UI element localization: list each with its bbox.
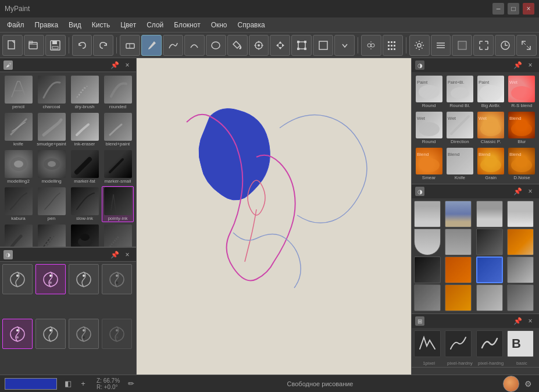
brush-group-5[interactable] xyxy=(2,319,33,349)
rp-ink-close[interactable]: × xyxy=(525,186,536,197)
s2-item-orangebrush[interactable] xyxy=(445,284,472,311)
brush-item-rounded[interactable]: rounded xyxy=(102,74,134,111)
brush-group-2[interactable] xyxy=(35,264,66,294)
brush-group-4[interactable] xyxy=(102,264,132,294)
history-button[interactable] xyxy=(452,35,472,56)
freehand-button[interactable] xyxy=(163,35,183,56)
brush-item-smudge[interactable]: smudge+paint xyxy=(35,112,67,148)
fill-button[interactable] xyxy=(227,35,248,56)
open-button[interactable] xyxy=(24,35,44,56)
rp-paint-pin[interactable]: 📌 xyxy=(512,60,523,70)
menu-file[interactable]: Файл xyxy=(2,20,29,30)
preset-wet-round[interactable]: Wet Round xyxy=(414,111,444,145)
brush-group-1[interactable] xyxy=(2,264,33,294)
brush-item-blend-paint[interactable]: blend+paint xyxy=(102,112,134,148)
brush-group-8[interactable] xyxy=(102,319,132,349)
dropdown-button[interactable] xyxy=(334,35,355,56)
preset-direction[interactable]: Wet Direction xyxy=(445,111,474,145)
menu-window[interactable]: Окно xyxy=(206,20,232,30)
undo-button[interactable] xyxy=(72,35,92,56)
preset-smear[interactable]: Blend Smear xyxy=(414,147,444,181)
s3-item-basic[interactable]: B xyxy=(507,330,534,357)
fullscreen-button[interactable] xyxy=(473,35,494,56)
transform-button[interactable] xyxy=(291,35,312,56)
save-button[interactable] xyxy=(45,35,66,56)
s2-item-pencils[interactable] xyxy=(445,201,472,227)
brush-groups-close[interactable]: × xyxy=(122,250,133,260)
maximize-button[interactable]: □ xyxy=(508,3,519,15)
brush-item-pen[interactable]: pen xyxy=(35,186,67,222)
brush-panel-close[interactable]: × xyxy=(122,60,133,70)
brush-tool-button[interactable] xyxy=(141,35,162,56)
s2-item-greybrush[interactable] xyxy=(476,284,503,311)
canvas-area[interactable] xyxy=(137,58,411,375)
brush-item-knife[interactable]: knife xyxy=(2,112,34,148)
brushes-panel-button[interactable] xyxy=(383,35,403,56)
brush-item-slow-ink[interactable]: slow-ink xyxy=(69,186,101,222)
symmetry-button[interactable] xyxy=(361,35,381,56)
brush-item-pencil[interactable]: pencil xyxy=(2,74,34,111)
rp-paint-close[interactable]: × xyxy=(525,60,536,70)
color-swatch[interactable] xyxy=(5,378,57,390)
menu-color[interactable]: Цвет xyxy=(116,20,141,30)
brush-item-textured-ink[interactable]: textured-ink xyxy=(35,223,67,247)
preset-knife-rp[interactable]: Blend Knife xyxy=(445,147,474,181)
brush-item-inkblot[interactable]: ink-blot xyxy=(69,223,101,247)
redo-button[interactable] xyxy=(93,35,113,56)
brush-group-3[interactable] xyxy=(69,264,99,294)
picker-button[interactable] xyxy=(249,35,269,56)
ellipse-button[interactable] xyxy=(206,35,226,56)
preset-classic[interactable]: Wet Classic P. xyxy=(476,111,506,145)
s2-item-drop[interactable] xyxy=(414,229,441,255)
brush-item-dry-brush[interactable]: dry-brush xyxy=(69,74,101,111)
brush-item-modelling2[interactable]: modelling2 xyxy=(2,149,34,185)
frame-button[interactable] xyxy=(313,35,333,56)
close-button[interactable]: × xyxy=(523,3,534,15)
brush-item-pointy-ink[interactable]: pointy-ink xyxy=(102,186,134,222)
s2-item-penscript[interactable] xyxy=(507,284,534,311)
s2-item-callig[interactable] xyxy=(507,201,534,227)
brush-item-brush[interactable]: brush xyxy=(2,223,34,247)
s2-item-ink2[interactable] xyxy=(476,201,503,227)
preset-paint-round[interactable]: Paint Round xyxy=(414,74,444,109)
layer-icon-button[interactable]: ◧ xyxy=(62,377,74,390)
brush-item-ink-eraser[interactable]: ink-eraser xyxy=(69,112,101,148)
s2-item-bluepen[interactable] xyxy=(476,256,503,283)
window-controls[interactable]: – □ × xyxy=(492,3,534,15)
minimize-button[interactable]: – xyxy=(492,3,504,15)
curve-button[interactable] xyxy=(184,35,205,56)
brush-group-6[interactable] xyxy=(35,319,66,349)
brush-groups-pin[interactable]: 📌 xyxy=(109,250,120,260)
s2-item-bline[interactable] xyxy=(414,284,441,311)
preset-rsblend[interactable]: Wet R-S blend xyxy=(507,74,537,109)
menu-brush[interactable]: Кисть xyxy=(87,20,115,30)
menu-button[interactable] xyxy=(431,35,451,56)
s2-item-orangepen[interactable] xyxy=(445,256,472,283)
preset-dnoise[interactable]: Blend D.Noise xyxy=(507,147,537,181)
menu-view[interactable]: Вид xyxy=(64,20,86,30)
rp-pixel-close[interactable]: × xyxy=(525,316,536,326)
add-layer-button[interactable]: + xyxy=(77,377,90,390)
menu-scratchpad[interactable]: Блокнот xyxy=(169,20,205,30)
brush-item-kabura[interactable]: kabura xyxy=(2,186,34,222)
erase-button[interactable] xyxy=(120,35,140,56)
s2-item-script[interactable] xyxy=(507,256,534,283)
s2-item-orangeinky[interactable] xyxy=(507,229,534,255)
status-settings-button[interactable]: ⚙ xyxy=(522,377,534,390)
brush-item-charcoal[interactable]: charcoal xyxy=(35,74,67,111)
s3-item-blk[interactable] xyxy=(476,330,503,357)
timelapse-button[interactable] xyxy=(495,35,515,56)
s2-item-pen[interactable] xyxy=(414,201,441,227)
brush-item-marker-small[interactable]: marker-small xyxy=(102,149,134,185)
preset-bigair[interactable]: Paint Big AirBr. xyxy=(476,74,506,109)
brush-item-modelling[interactable]: modelling xyxy=(35,149,67,185)
rp-ink-pin[interactable]: 📌 xyxy=(512,186,523,197)
brush-group-7[interactable] xyxy=(69,319,99,349)
rp-pixel-pin[interactable]: 📌 xyxy=(512,316,523,326)
s2-item-marker2[interactable] xyxy=(445,229,472,255)
s3-item-hrd[interactable] xyxy=(445,330,472,357)
settings-button[interactable] xyxy=(409,35,430,56)
preset-paint-roundbl[interactable]: Paint+Bl. Round Bl. xyxy=(445,74,474,109)
brush-mode-icon[interactable]: ✏ xyxy=(124,377,137,390)
menu-help[interactable]: Справка xyxy=(233,20,270,30)
